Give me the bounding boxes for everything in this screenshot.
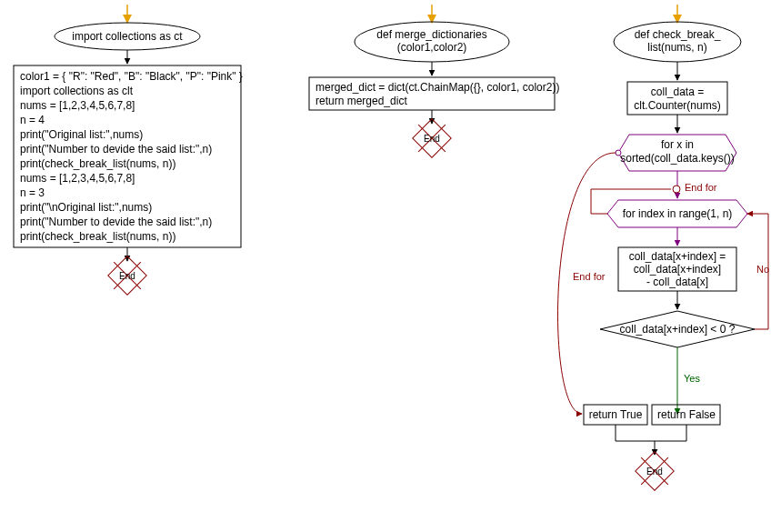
code-line: import collections as clt [20, 85, 134, 97]
code-line: print(check_break_list(nums, n)) [20, 230, 175, 243]
end-node: End [636, 452, 674, 490]
loop-label: for x in [661, 138, 694, 151]
check-def-l1: def check_break_ [635, 28, 721, 41]
col2: def merge_dictionaries (color1,color2) m… [309, 5, 559, 157]
end-label: End [424, 134, 440, 144]
cond-label: coll_data[x+index] < 0 ? [620, 323, 736, 336]
code-line: merged_dict = dict(ct.ChainMap({}, color… [315, 81, 559, 94]
code-line: n = 3 [20, 186, 45, 199]
end-label: End [646, 467, 663, 477]
code-line: coll_data[x+index] = [629, 250, 726, 263]
flowchart-diagram: import collections as ct color1 = { "R":… [0, 0, 781, 532]
col3: def check_break_ list(nums, n) coll_data… [558, 5, 770, 490]
code-line: print(check_break_list(nums, n)) [20, 157, 175, 170]
code-line: return merged_dict [315, 95, 407, 107]
end-node: End [108, 256, 146, 295]
code-line: clt.Counter(nums) [634, 99, 720, 112]
code-line: nums = [1,2,3,4,5,6,7,8] [20, 172, 135, 185]
svg-point-18 [673, 186, 680, 193]
check-def-l2: list(nums, n) [647, 41, 706, 54]
code-line: print("Number to devide the said list:",… [20, 143, 212, 156]
svg-point-16 [616, 150, 621, 156]
outer-endfor-label: End for [685, 182, 717, 193]
code-line: - coll_data[x] [646, 276, 708, 288]
merge-def-l2: (color1,color2) [397, 41, 467, 54]
code-line: n = 4 [20, 114, 45, 126]
loop-label: sorted(coll_data.keys()) [620, 152, 734, 165]
no-label: No [756, 264, 769, 275]
code-line: coll_data = [651, 85, 704, 98]
ret-false-label: return False [657, 408, 716, 421]
code-line: nums = [1,2,3,4,5,6,7,8] [20, 99, 135, 112]
end-label: End [119, 271, 135, 281]
merge-def-l1: def merge_dictionaries [376, 28, 486, 41]
code-line: print("Number to devide the said list:",… [20, 216, 212, 228]
code-line: color1 = { "R": "Red", "B": "Black", "P"… [20, 70, 243, 83]
code-line: print("Original list:",nums) [20, 128, 143, 141]
loop-label: for index in range(1, n) [623, 207, 733, 220]
inner-endfor-label: End for [573, 271, 606, 282]
yes-label: Yes [684, 373, 700, 384]
end-node: End [413, 119, 451, 157]
col1: import collections as ct color1 = { "R":… [14, 5, 243, 295]
code-line: coll_data[x+index] [634, 263, 721, 276]
code-line: print("\nOriginal list:",nums) [20, 201, 152, 214]
import-label: import collections as ct [72, 30, 183, 43]
ret-true-label: return True [589, 408, 643, 421]
